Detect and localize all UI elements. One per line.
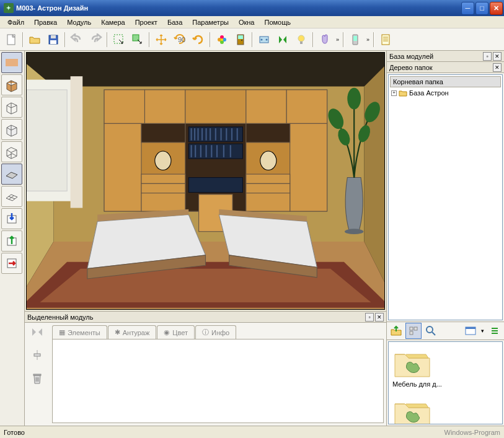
rp-title-2: Дерево папок xyxy=(389,64,492,71)
menu-edit[interactable]: Правка xyxy=(29,17,62,27)
doc-button[interactable] xyxy=(377,31,394,48)
open-button[interactable] xyxy=(26,31,43,48)
menu-parameters[interactable]: Параметры xyxy=(187,17,234,27)
hand-button[interactable] xyxy=(316,31,334,48)
rotate-button[interactable] xyxy=(190,31,207,48)
toolbar-expand-1[interactable]: » xyxy=(335,37,340,43)
titlebar: ✦ M003- Астрон Дизайн ─ □ ✕ xyxy=(0,0,504,16)
new-button[interactable] xyxy=(2,31,20,48)
save-button[interactable] xyxy=(45,31,62,48)
close-button[interactable]: ✕ xyxy=(490,2,503,15)
main-area: Выделенный модуль ▫ ✕ ▦Элементы ✱Антураж… xyxy=(25,51,386,426)
rp-view-button[interactable] xyxy=(462,323,479,339)
plane-tool[interactable] xyxy=(1,164,22,185)
select-rect-button[interactable] xyxy=(110,31,128,48)
select-cursor-button[interactable] xyxy=(129,31,146,48)
tab-entourage[interactable]: ✱Антураж xyxy=(108,325,157,339)
info-icon: ⓘ xyxy=(202,328,209,337)
redo-button[interactable] xyxy=(87,31,104,48)
statusbar: Готово Windows-Program xyxy=(0,426,504,438)
menu-windows[interactable]: Окна xyxy=(234,17,260,27)
box2-tool[interactable] xyxy=(1,119,22,140)
thumb-item-2[interactable] xyxy=(392,395,498,425)
left-toolbar xyxy=(0,51,25,426)
bottom-panel-dock[interactable]: ▫ xyxy=(365,313,374,322)
menu-module[interactable]: Модуль xyxy=(62,17,96,27)
move-button[interactable] xyxy=(153,31,170,48)
menu-help[interactable]: Помощь xyxy=(259,17,296,27)
menu-project[interactable]: Проект xyxy=(130,17,162,27)
toolbar-expand-2[interactable]: » xyxy=(365,37,371,43)
rp-expand[interactable]: ▾ xyxy=(480,328,485,334)
folder-icon xyxy=(399,89,407,97)
folder-tree[interactable]: Корневая папка + База Астрон xyxy=(388,74,503,320)
tab-elements[interactable]: ▦Элементы xyxy=(52,325,107,339)
rp-icons-button[interactable] xyxy=(405,323,422,339)
rp-up-button[interactable] xyxy=(388,323,404,339)
svg-rect-13 xyxy=(238,35,243,39)
svg-rect-38 xyxy=(27,90,67,191)
svg-rect-43 xyxy=(144,90,185,123)
minimize-button[interactable]: ─ xyxy=(461,2,474,15)
tab-info[interactable]: ⓘИнфо xyxy=(195,325,236,339)
export-tool[interactable] xyxy=(1,230,22,252)
tree-expand-icon[interactable]: + xyxy=(391,90,397,96)
box-tool[interactable] xyxy=(1,74,22,95)
rotate90-button[interactable]: 90 xyxy=(171,31,188,48)
door-button[interactable] xyxy=(232,31,249,48)
svg-point-14 xyxy=(241,40,242,41)
bulb-button[interactable] xyxy=(293,31,310,48)
plane-wire-tool[interactable] xyxy=(1,186,22,207)
menu-file[interactable]: Файл xyxy=(2,17,29,27)
rp-search-button[interactable] xyxy=(423,323,439,339)
svg-rect-73 xyxy=(246,123,290,142)
rp-header-1: База модулей ▫ ✕ xyxy=(387,51,504,62)
svg-point-16 xyxy=(261,38,263,40)
svg-rect-78 xyxy=(246,183,290,193)
svg-rect-40 xyxy=(71,76,83,208)
tabs-row: ▦Элементы ✱Антураж ◉Цвет ⓘИнфо xyxy=(52,325,384,339)
slider-icon[interactable] xyxy=(31,349,43,361)
arrow-tool[interactable] xyxy=(1,253,22,274)
undo-button[interactable] xyxy=(68,31,86,48)
svg-point-18 xyxy=(298,35,304,42)
mirror-button[interactable] xyxy=(274,31,291,48)
bottom-panel-main: ▦Элементы ✱Антураж ◉Цвет ⓘИнфо xyxy=(50,323,386,426)
svg-rect-103 xyxy=(410,331,413,335)
tab-content xyxy=(52,339,384,423)
menu-database[interactable]: База xyxy=(162,17,187,27)
flower-button[interactable] xyxy=(213,31,231,48)
svg-rect-22 xyxy=(382,35,389,45)
3d-viewport[interactable] xyxy=(26,52,385,310)
svg-rect-101 xyxy=(410,327,413,330)
thumb-item-1[interactable]: Мебель для д... xyxy=(392,346,498,388)
svg-point-82 xyxy=(260,151,276,170)
wall-tool[interactable] xyxy=(1,52,22,73)
svg-rect-77 xyxy=(246,174,290,183)
thumbnails-area[interactable]: Мебель для д... xyxy=(388,341,503,425)
menu-camera[interactable]: Камера xyxy=(96,17,130,27)
module-button[interactable] xyxy=(255,31,273,48)
bottom-panel-title: Выделенный модуль xyxy=(27,313,364,321)
rp-dock-1[interactable]: ▫ xyxy=(483,52,492,61)
bottom-panel-close[interactable]: ✕ xyxy=(375,313,384,322)
rp-close-1[interactable]: ✕ xyxy=(493,52,502,61)
app-icon: ✦ xyxy=(4,3,14,13)
maximize-button[interactable]: □ xyxy=(475,2,489,15)
svg-point-17 xyxy=(266,38,268,40)
tree-item[interactable]: + База Астрон xyxy=(390,89,501,97)
trash-icon[interactable] xyxy=(32,372,43,385)
import-tool[interactable] xyxy=(1,208,22,229)
tab-color[interactable]: ◉Цвет xyxy=(157,325,195,339)
mirror-icon[interactable] xyxy=(30,326,44,338)
wireframe-box2-tool[interactable] xyxy=(1,141,22,162)
phone-button[interactable] xyxy=(347,31,364,48)
rp-close-2[interactable]: ✕ xyxy=(493,63,502,72)
svg-rect-19 xyxy=(300,42,303,44)
tree-item-label: База Астрон xyxy=(409,89,449,97)
palette-icon: ◉ xyxy=(164,328,170,336)
rp-menu-button[interactable] xyxy=(487,323,503,339)
svg-point-81 xyxy=(155,151,171,170)
svg-rect-2 xyxy=(51,35,56,38)
wireframe-box-tool[interactable] xyxy=(1,97,22,118)
